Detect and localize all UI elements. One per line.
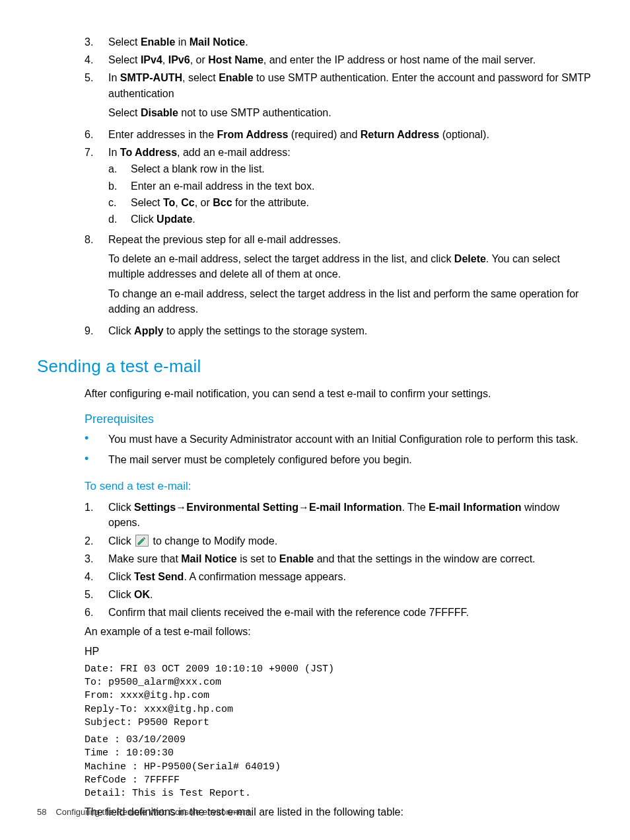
step-body: In SMTP-AUTH, select Enable to use SMTP … xyxy=(108,70,593,124)
send-step-5: 5. Click OK. xyxy=(85,587,593,602)
step-9: 9. Click Apply to apply the settings to … xyxy=(85,323,593,338)
send-step-1: 1. Click Settings→Environmental Setting→… xyxy=(85,500,593,530)
heading-sending-test-email: Sending a test e-mail xyxy=(37,354,593,379)
page-number: 58 xyxy=(37,807,46,817)
step-7b: b.Enter an e-mail address in the text bo… xyxy=(108,178,593,194)
step-number: 8. xyxy=(85,232,108,321)
intro-para: After configuring e-mail notification, y… xyxy=(85,386,593,401)
steps-top: 3. Select Enable in Mail Notice. 4. Sele… xyxy=(85,34,593,338)
heading-to-send: To send a test e-mail: xyxy=(85,478,593,495)
prereq-1: •You must have a Security Administrator … xyxy=(85,432,593,447)
step-5-sub: Select Disable not to use SMTP authentic… xyxy=(108,105,593,120)
step-body: Repeat the previous step for all e-mail … xyxy=(108,232,593,321)
step-6: 6. Enter addresses in the From Address (… xyxy=(85,127,593,142)
heading-prerequisites: Prerequisites xyxy=(85,410,593,428)
step-3: 3. Select Enable in Mail Notice. xyxy=(85,34,593,50)
step-number: 4. xyxy=(85,52,108,67)
step-number: 5. xyxy=(85,70,108,124)
send-step-6: 6. Confirm that mail clients received th… xyxy=(85,605,593,620)
step-7c: c.Select To, Cc, or Bcc for the attribut… xyxy=(108,195,593,210)
send-step-4: 4. Click Test Send. A confirmation messa… xyxy=(85,569,593,584)
send-steps: 1. Click Settings→Environmental Setting→… xyxy=(85,500,593,620)
step-8-sub1: To delete an e-mail address, select the … xyxy=(108,251,593,282)
step-number: 6. xyxy=(85,127,108,142)
example-intro: An example of a test e-mail follows: xyxy=(85,624,593,639)
step-body: Select IPv4, IPv6, or Host Name, and ent… xyxy=(108,52,593,67)
step-7a: a.Select a blank row in the list. xyxy=(108,161,593,176)
step-8: 8. Repeat the previous step for all e-ma… xyxy=(85,232,593,321)
step-body: Enter addresses in the From Address (req… xyxy=(108,127,593,142)
step-4: 4. Select IPv4, IPv6, or Host Name, and … xyxy=(85,52,593,67)
page-footer: 58Configuring the Remote Web Console env… xyxy=(37,806,250,819)
footer-title: Configuring the Remote Web Console envir… xyxy=(55,807,250,817)
code-block-2: Date : 03/10/2009 Time : 10:09:30 Machin… xyxy=(85,734,593,800)
prereq-2: •The mail server must be completely conf… xyxy=(85,452,593,467)
step-body: Select Enable in Mail Notice. xyxy=(108,34,593,50)
step-8-sub2: To change an e-mail address, select the … xyxy=(108,286,593,317)
step-number: 9. xyxy=(85,323,108,338)
step-7: 7. In To Address, add an e-mail address:… xyxy=(85,145,593,229)
step-7d: d.Click Update. xyxy=(108,211,593,227)
send-step-3: 3. Make sure that Mail Notice is set to … xyxy=(85,551,593,566)
bullet-icon: • xyxy=(85,432,108,447)
send-step-2: 2. Click to change to Modify mode. xyxy=(85,533,593,549)
hp-label: HP xyxy=(85,644,593,659)
modify-mode-icon xyxy=(135,535,149,547)
step-number: 3. xyxy=(85,34,108,50)
code-block-1: Date: FRI 03 OCT 2009 10:10:10 +9000 (JS… xyxy=(85,663,593,730)
step-5: 5. In SMTP-AUTH, select Enable to use SM… xyxy=(85,70,593,124)
step-body: In To Address, add an e-mail address: a.… xyxy=(108,145,593,229)
step-body: Click Apply to apply the settings to the… xyxy=(108,323,593,338)
step-number: 7. xyxy=(85,145,108,229)
bullet-icon: • xyxy=(85,452,108,467)
